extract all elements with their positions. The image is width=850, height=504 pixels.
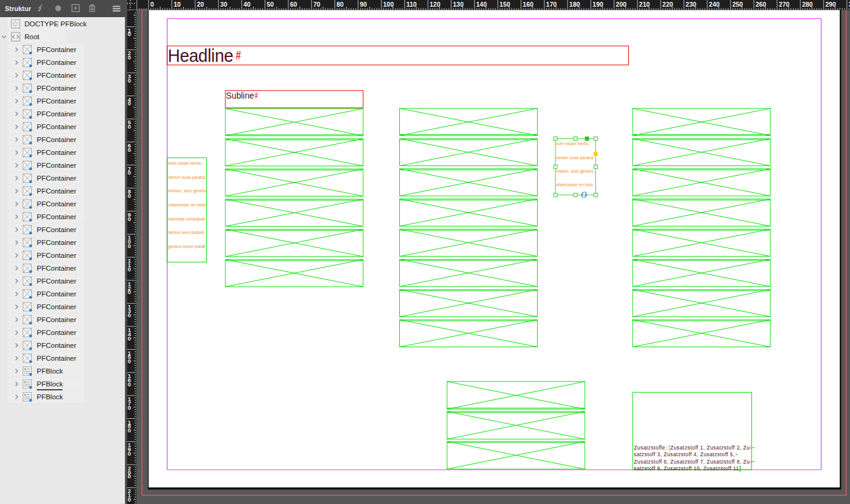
svg-text:0: 0 [128,450,131,457]
svg-text:PFContainer: PFContainer [37,123,77,130]
svg-text:PFContainer: PFContainer [37,85,77,92]
svg-text:0: 0 [128,404,131,411]
svg-text:170: 170 [546,1,557,8]
svg-text:0: 0 [128,54,131,61]
svg-text:PFContainer: PFContainer [37,46,77,53]
svg-text:PFContainer: PFContainer [37,239,77,246]
svg-text:140: 140 [476,1,487,8]
svg-text:PFContainer: PFContainer [37,97,77,105]
svg-text:30: 30 [220,1,227,8]
svg-text:0: 0 [128,146,131,153]
svg-text:60: 60 [290,1,298,8]
svg-text:PFContainer: PFContainer [37,329,77,336]
svg-text:200: 200 [616,1,627,8]
svg-text:10: 10 [173,1,181,8]
svg-text:0: 0 [128,427,131,434]
svg-text:40: 40 [243,1,250,8]
svg-text:50: 50 [267,1,274,8]
svg-text:PFContainer: PFContainer [37,200,77,208]
svg-text:PFContainer: PFContainer [37,316,77,323]
svg-text:90: 90 [360,1,367,8]
svg-text:PFContainer: PFContainer [37,303,77,310]
svg-text:PFBlock: PFBlock [37,367,63,375]
svg-text:0: 0 [128,243,131,249]
svg-text:260: 260 [756,1,767,8]
svg-text:0: 0 [128,77,131,84]
svg-text:0: 0 [128,123,131,130]
svg-text:20: 20 [197,1,204,8]
svg-text:DOCTYPE PFBlock: DOCTYPE PFBlock [24,20,87,28]
svg-text:0: 0 [128,312,131,318]
svg-text:PFContainer: PFContainer [37,162,77,169]
svg-text:0: 0 [128,266,131,273]
svg-text:210: 210 [639,1,650,8]
svg-text:130: 130 [453,1,464,8]
svg-text:PFContainer: PFContainer [37,136,77,143]
svg-text:PFContainer: PFContainer [37,265,77,272]
svg-text:0: 0 [128,473,131,480]
svg-text:PFContainer: PFContainer [37,355,77,362]
svg-text:PFContainer: PFContainer [37,149,77,156]
svg-text:0: 0 [128,381,131,388]
svg-text:PFContainer: PFContainer [37,277,77,285]
svg-text:PFContainer: PFContainer [37,175,77,182]
svg-text:190: 190 [593,1,604,8]
svg-text:290: 290 [826,1,837,8]
svg-text:280: 280 [802,1,813,8]
svg-text:Root: Root [24,33,40,40]
svg-text:PFContainer: PFContainer [37,59,77,66]
svg-text:220: 220 [663,1,674,8]
svg-text:PFContainer: PFContainer [37,213,77,220]
svg-text:0: 0 [128,335,131,342]
svg-text:250: 250 [732,1,743,8]
svg-text:PFContainer: PFContainer [37,72,77,79]
svg-text:0: 0 [150,1,154,8]
svg-text:240: 240 [709,1,720,8]
svg-text:160: 160 [523,1,534,8]
svg-text:PFContainer: PFContainer [37,226,77,233]
svg-text:70: 70 [314,1,321,8]
svg-text:0: 0 [128,192,131,199]
svg-text:230: 230 [686,1,697,8]
svg-text:0: 0 [128,358,131,364]
svg-text:PFBlock: PFBlock [37,393,63,401]
svg-text:110: 110 [407,1,417,8]
svg-text:0: 0 [128,100,131,107]
svg-text:PFContainer: PFContainer [37,110,77,118]
svg-text:PFContainer: PFContainer [37,290,77,298]
svg-text:PFContainer: PFContainer [37,252,77,259]
svg-text:180: 180 [570,1,581,8]
svg-text:80: 80 [337,1,344,8]
svg-text:0: 0 [128,31,131,37]
svg-text:120: 120 [430,1,441,8]
svg-text:270: 270 [779,1,790,8]
svg-text:PFContainer: PFContainer [37,342,77,349]
svg-text:PFContainer: PFContainer [37,187,77,195]
svg-text:100: 100 [383,1,394,8]
svg-text:0: 0 [128,496,131,503]
svg-text:PFBlock: PFBlock [37,380,63,388]
svg-text:Struktur: Struktur [5,5,32,12]
svg-text:0: 0 [128,288,131,295]
svg-text:0: 0 [128,216,131,222]
svg-text:0: 0 [128,169,131,176]
svg-text:150: 150 [500,1,511,8]
